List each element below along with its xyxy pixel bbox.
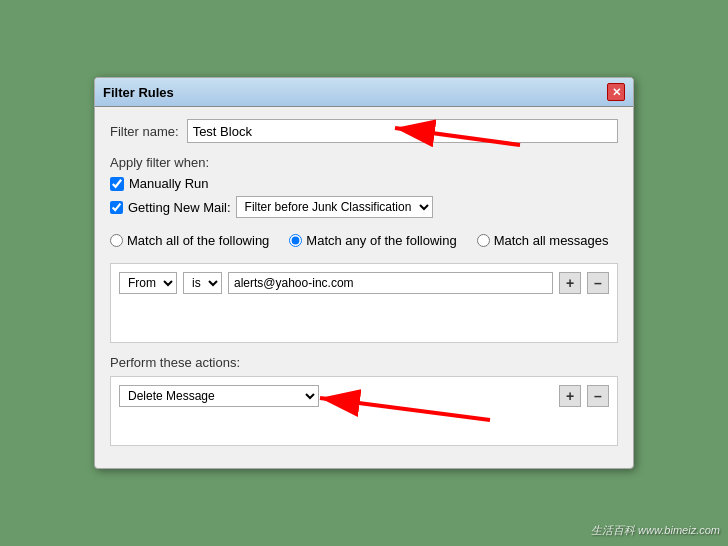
- condition-value-input[interactable]: [228, 272, 553, 294]
- match-messages-label: Match all messages: [494, 233, 609, 248]
- action-select[interactable]: Delete Message: [119, 385, 319, 407]
- match-messages-radio[interactable]: [477, 234, 490, 247]
- manually-run-checkbox[interactable]: [110, 177, 124, 191]
- match-all-radio[interactable]: [110, 234, 123, 247]
- action-add-button[interactable]: +: [559, 385, 581, 407]
- match-any-label: Match any of the following: [306, 233, 456, 248]
- apply-filter-label: Apply filter when:: [110, 155, 618, 170]
- condition-field-select[interactable]: From: [119, 272, 177, 294]
- watermark: 生活百科 www.bimeiz.com: [591, 523, 720, 538]
- manually-run-row: Manually Run: [110, 176, 618, 191]
- dialog-title: Filter Rules: [103, 85, 174, 100]
- actions-box: Delete Message + –: [110, 376, 618, 446]
- getting-new-mail-row: Getting New Mail: Filter before Junk Cla…: [110, 196, 618, 218]
- condition-operator-select[interactable]: is: [183, 272, 222, 294]
- condition-remove-button[interactable]: –: [587, 272, 609, 294]
- match-all-label: Match all of the following: [127, 233, 269, 248]
- filter-name-row: Filter name:: [110, 119, 618, 143]
- filter-name-input[interactable]: [187, 119, 618, 143]
- match-all-option: Match all of the following: [110, 233, 269, 248]
- manually-run-label: Manually Run: [129, 176, 209, 191]
- getting-new-mail-label: Getting New Mail:: [128, 200, 231, 215]
- condition-add-button[interactable]: +: [559, 272, 581, 294]
- match-any-radio[interactable]: [289, 234, 302, 247]
- perform-actions-label: Perform these actions:: [110, 355, 618, 370]
- action-remove-button[interactable]: –: [587, 385, 609, 407]
- condition-row: From is + –: [119, 272, 609, 294]
- action-row: Delete Message + –: [119, 385, 609, 407]
- conditions-box: From is + –: [110, 263, 618, 343]
- filter-timing-select[interactable]: Filter before Junk Classification Filter…: [236, 196, 433, 218]
- close-button[interactable]: ✕: [607, 83, 625, 101]
- match-any-option: Match any of the following: [289, 233, 456, 248]
- match-radio-row: Match all of the following Match any of …: [110, 228, 618, 253]
- filter-rules-dialog: Filter Rules ✕ Filter name: Apply filter…: [94, 77, 634, 469]
- filter-name-label: Filter name:: [110, 124, 179, 139]
- match-messages-option: Match all messages: [477, 233, 609, 248]
- dialog-body: Filter name: Apply filter when: Manually…: [95, 107, 633, 468]
- title-bar: Filter Rules ✕: [95, 78, 633, 107]
- getting-new-mail-checkbox[interactable]: [110, 201, 123, 214]
